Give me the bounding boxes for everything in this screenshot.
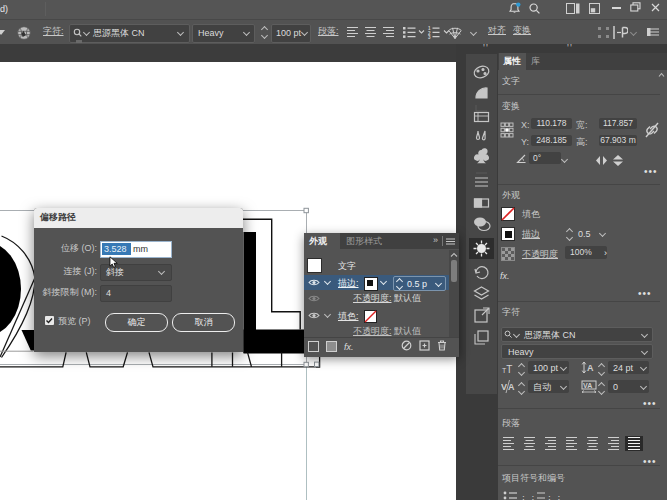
svg-text:VA: VA: [583, 382, 592, 389]
svg-text:: :: : :: [547, 493, 561, 500]
svg-text:A: A: [587, 363, 594, 373]
svg-text:A: A: [508, 382, 515, 392]
svg-text:V: V: [501, 382, 507, 392]
svg-text:: :: : :: [521, 493, 535, 500]
svg-text:3: 3: [428, 35, 431, 39]
